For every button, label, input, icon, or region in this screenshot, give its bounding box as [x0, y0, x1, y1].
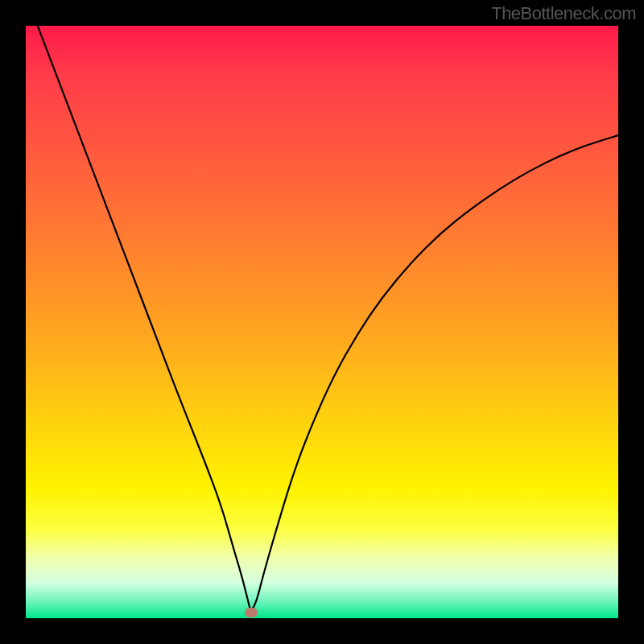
- bottleneck-curve: [38, 26, 618, 609]
- plot-area: [26, 26, 618, 618]
- curve-svg: [26, 26, 618, 618]
- optimum-marker: [245, 608, 258, 617]
- watermark-text: TheBottleneck.com: [491, 3, 636, 24]
